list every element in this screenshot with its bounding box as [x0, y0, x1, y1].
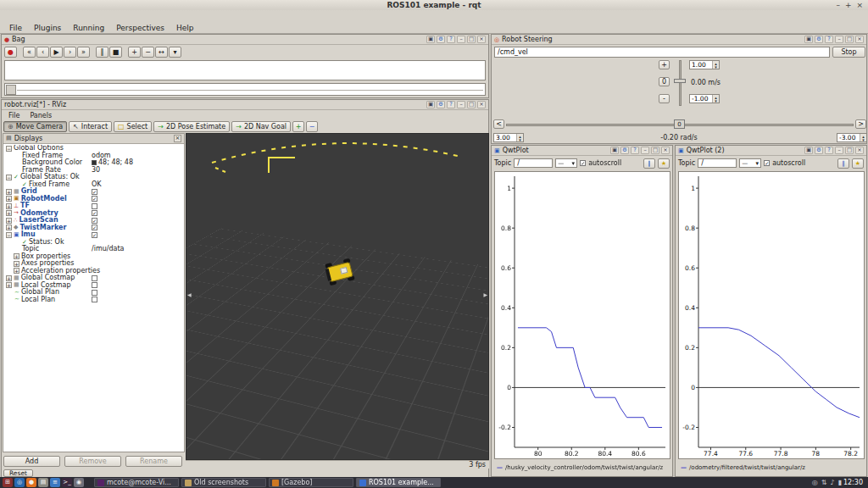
tray-volume-icon[interactable]: ♪ — [830, 479, 834, 486]
spin-down-icon[interactable]: ▾ — [519, 138, 521, 141]
spin-down-icon[interactable]: ▾ — [715, 65, 717, 69]
settings-icon[interactable]: ⚙ — [815, 147, 823, 154]
launcher-browser-icon[interactable]: ◎ — [14, 478, 25, 487]
menu-file[interactable]: File — [3, 24, 28, 32]
maximize-icon[interactable]: □ — [651, 147, 659, 154]
linear-increase-button[interactable]: + — [659, 60, 670, 69]
taskbar-window-button[interactable]: [Gazebo] — [269, 478, 353, 487]
plot-canvas[interactable]: 10.80.60.40.20-0.28080.280.480.6 — [494, 171, 670, 459]
add-display-button[interactable]: Add — [3, 456, 60, 467]
bag-stop-button[interactable]: ■ — [109, 47, 122, 58]
display-enabled-checkbox[interactable] — [92, 282, 97, 288]
maximize-button[interactable]: + — [845, 1, 852, 9]
spin-down-icon[interactable]: ▾ — [862, 138, 865, 141]
steering-panel-titlebar[interactable]: ◎ Robot Steering ▣⚙?–□× — [492, 35, 866, 45]
display-enabled-checkbox[interactable]: ✓ — [92, 210, 97, 216]
menu-help[interactable]: Help — [170, 24, 200, 32]
tree-expander-icon[interactable]: − — [6, 175, 12, 180]
bag-step-forward-button[interactable]: › — [64, 47, 76, 58]
rviz-menu-file[interactable]: File — [3, 112, 25, 119]
linear-slider-track[interactable] — [679, 60, 682, 106]
close-button[interactable]: × — [856, 1, 863, 9]
angular-max-spinbox[interactable]: 3.00▴▾ — [493, 133, 524, 142]
linear-min-spinbox[interactable]: -1.00▴▾ — [689, 94, 720, 103]
tree-expander-icon[interactable]: − — [6, 232, 12, 238]
tree-expander-icon[interactable]: − — [6, 146, 12, 152]
close-icon[interactable]: × — [477, 101, 486, 108]
display-enabled-checkbox[interactable]: ✓ — [92, 218, 97, 224]
angular-right-button[interactable]: > — [855, 119, 866, 129]
bag-panel-titlebar[interactable]: ● Bag ▣⚙?–□× — [2, 35, 488, 45]
bag-save-button[interactable]: ▾ — [169, 47, 181, 58]
bag-play-button[interactable]: ▶ — [50, 47, 63, 58]
bag-zoom-fit-button[interactable]: ↔ — [155, 47, 168, 58]
topic-field-combo[interactable]: —▾ — [555, 158, 577, 168]
display-enabled-checkbox[interactable] — [92, 290, 97, 296]
tree-row[interactable]: +▣RobotModel✓ — [3, 196, 184, 203]
tree-value[interactable]: OK — [92, 181, 102, 188]
bag-skip-start-button[interactable]: « — [23, 47, 36, 58]
close-icon[interactable]: × — [477, 36, 486, 43]
tree-expander-icon[interactable]: + — [14, 253, 19, 259]
rviz-tool-interact[interactable]: ↖Interact — [69, 121, 112, 132]
tray-indicator-icon[interactable]: ◎ — [812, 479, 818, 486]
bag-record-button[interactable]: ● — [4, 47, 17, 58]
help-icon[interactable]: ? — [825, 36, 833, 43]
tree-expander-icon[interactable]: + — [6, 210, 12, 216]
minimize-icon[interactable]: – — [835, 36, 843, 43]
tree-expander-icon[interactable]: + — [14, 268, 19, 274]
linear-max-spinbox[interactable]: 1.00▴▾ — [689, 60, 720, 69]
cmd-vel-topic-input[interactable]: /cmd_vel — [494, 47, 830, 58]
undock-icon[interactable]: ▣ — [426, 101, 435, 108]
autoscroll-checkbox[interactable]: ✓ — [764, 160, 770, 166]
menu-running[interactable]: Running — [67, 24, 110, 32]
bag-scrollbar[interactable] — [4, 83, 486, 96]
rviz-menu-panels[interactable]: Panels — [25, 112, 57, 119]
splitter-collapse-right-icon[interactable]: ▶ — [483, 291, 487, 297]
display-enabled-checkbox[interactable]: ✓ — [92, 225, 97, 230]
maximize-icon[interactable]: □ — [467, 101, 476, 108]
pause-plot-button[interactable]: ‖ — [837, 158, 849, 169]
tree-expander-icon[interactable]: + — [6, 275, 12, 281]
qwtplot-titlebar[interactable]: ▣ QwtPlot ▣⚙?–□× — [492, 146, 672, 156]
undock-icon[interactable]: ▣ — [804, 147, 813, 154]
taskbar-window-button[interactable]: mcote@mcote-Vi... — [94, 478, 179, 487]
close-icon[interactable]: × — [661, 147, 670, 154]
angular-left-button[interactable]: < — [493, 119, 504, 129]
rviz-3d-viewport[interactable]: ◀ ▶ — [186, 133, 489, 460]
bag-scrollbar-handle[interactable] — [6, 85, 16, 95]
tree-value[interactable]: 48; 48; 48 — [98, 159, 133, 166]
remove-display-button[interactable]: Remove — [64, 456, 121, 467]
close-icon[interactable]: × — [855, 36, 864, 43]
minimize-icon[interactable]: – — [457, 36, 465, 43]
settings-icon[interactable]: ⚙ — [620, 147, 629, 154]
rviz-tool-2d-pose-estimate[interactable]: →2D Pose Estimate — [153, 121, 230, 132]
tray-battery-icon[interactable]: ▮ — [838, 479, 842, 486]
tree-value[interactable]: 30 — [92, 167, 100, 174]
tree-value[interactable]: /imu/data — [92, 246, 125, 252]
displays-panel-header[interactable]: ▤ Displays × — [3, 134, 184, 144]
linear-zero-button[interactable]: 0 — [659, 77, 670, 86]
rviz-tool-2d-nav-goal[interactable]: →2D Nav Goal — [231, 121, 291, 132]
autoscroll-checkbox[interactable]: ✓ — [580, 160, 586, 166]
tree-row[interactable]: ~Local Plan — [3, 297, 184, 304]
tree-expander-icon[interactable]: + — [6, 203, 12, 209]
reset-button[interactable]: Reset — [3, 469, 33, 477]
bag-zoom-out-button[interactable]: − — [142, 47, 154, 58]
tree-expander-icon[interactable]: + — [6, 282, 12, 288]
rviz-tool-move-camera[interactable]: ⊕Move Camera — [3, 121, 67, 132]
taskbar-window-button[interactable]: Old screenshots — [181, 478, 266, 487]
display-enabled-checkbox[interactable] — [92, 297, 97, 302]
topic-field-combo[interactable]: —▾ — [739, 158, 761, 168]
maximize-icon[interactable]: □ — [845, 36, 854, 43]
tree-expander-icon[interactable]: + — [14, 261, 19, 267]
help-icon[interactable]: ? — [447, 36, 455, 43]
displays-close-icon[interactable]: × — [174, 135, 181, 142]
minimize-button[interactable]: – — [836, 1, 840, 9]
settings-icon[interactable]: ⚙ — [815, 36, 823, 43]
qwtplot2-titlebar[interactable]: ▣ QwtPlot (2) ▣⚙?–□× — [676, 146, 866, 156]
rviz-tool-select[interactable]: □Select — [114, 121, 152, 132]
close-icon[interactable]: × — [855, 147, 864, 154]
rename-display-button[interactable]: Rename — [125, 456, 182, 467]
tree-expander-icon[interactable]: + — [6, 189, 12, 195]
